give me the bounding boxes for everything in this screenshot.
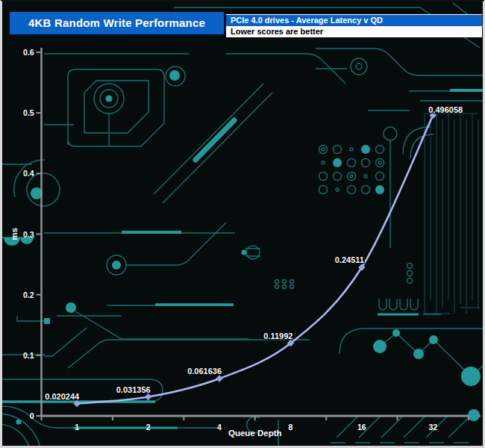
- chart-title: 4KB Random Write Performance: [28, 16, 205, 29]
- svg-text:0.24511: 0.24511: [335, 255, 364, 264]
- svg-text:0.496058: 0.496058: [428, 105, 463, 114]
- svg-text:0.020244: 0.020244: [45, 392, 80, 401]
- svg-text:0.11992: 0.11992: [263, 332, 292, 340]
- svg-text:0.031356: 0.031356: [116, 385, 151, 394]
- svg-text:0.061636: 0.061636: [187, 367, 222, 376]
- svg-text:16: 16: [357, 423, 366, 432]
- svg-text:0.6: 0.6: [23, 48, 34, 57]
- svg-text:Queue Depth: Queue Depth: [228, 429, 282, 438]
- svg-text:4: 4: [217, 423, 222, 432]
- svg-text:1: 1: [75, 423, 79, 432]
- chart-title-bar: 4KB Random Write Performance: [10, 12, 224, 34]
- svg-text:2: 2: [146, 423, 151, 432]
- chart-note: Lower scores are better: [226, 26, 482, 37]
- svg-text:0: 0: [30, 411, 34, 420]
- chart-subtitle: PCIe 4.0 drives - Average Latency v QD: [226, 14, 482, 26]
- circuit-background: [2, 1, 485, 448]
- svg-text:0.5: 0.5: [23, 108, 34, 117]
- svg-text:0.2: 0.2: [23, 290, 34, 299]
- svg-text:32: 32: [428, 423, 437, 432]
- svg-text:0.3: 0.3: [23, 230, 34, 239]
- latency-line-chart: 00.10.20.30.40.50.612481632Queue Depthms…: [2, 1, 485, 448]
- svg-text:ms: ms: [10, 228, 19, 240]
- svg-text:0.1: 0.1: [23, 351, 34, 360]
- svg-text:8: 8: [289, 423, 293, 432]
- svg-text:0.4: 0.4: [23, 169, 34, 178]
- chart-subtitle-panel: PCIe 4.0 drives - Average Latency v QD L…: [226, 14, 482, 37]
- chart-frame: 00.10.20.30.40.50.612481632Queue Depthms…: [0, 0, 485, 448]
